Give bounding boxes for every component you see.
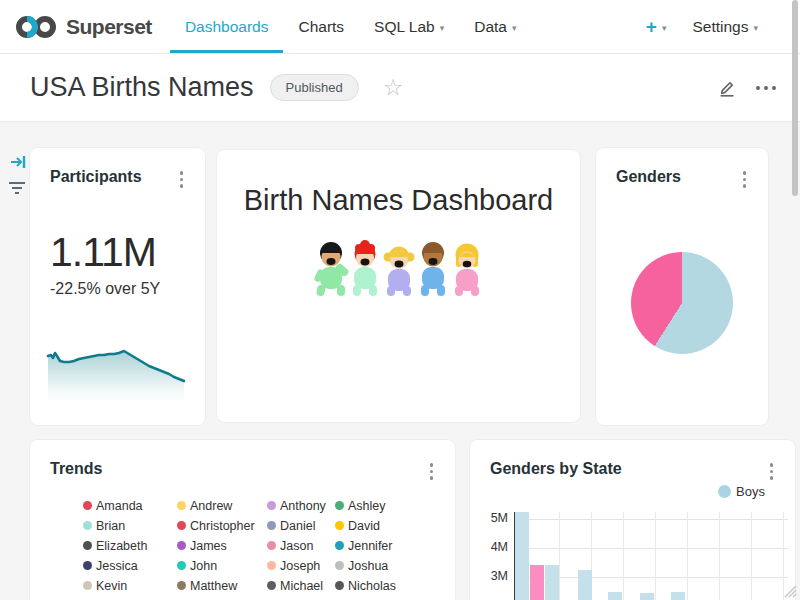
filter-icon[interactable]: [8, 180, 26, 200]
y-axis-tick: 4M: [470, 540, 508, 554]
nav-item-sql-lab[interactable]: SQL Lab▾: [359, 0, 459, 53]
legend-item-anthony[interactable]: Anthony: [267, 496, 335, 516]
legend-dot: [267, 561, 276, 570]
filter-list-icon: [8, 180, 26, 196]
legend-item-david[interactable]: David: [335, 516, 435, 536]
bar-boys-4[interactable]: [608, 592, 622, 600]
card-menu-button[interactable]: [739, 168, 751, 191]
legend-dot: [267, 541, 276, 550]
legend-item-jennifer[interactable]: Jennifer: [335, 536, 435, 556]
legend-item-brian[interactable]: Brian: [83, 516, 177, 536]
legend-item-jason[interactable]: Jason: [267, 536, 335, 556]
top-navbar: Superset DashboardsChartsSQL Lab▾Data▾ +…: [0, 0, 800, 54]
legend-item-matthew[interactable]: Matthew: [177, 576, 267, 596]
edit-dashboard-button[interactable]: [716, 77, 738, 99]
legend-item-ashley[interactable]: Ashley: [335, 496, 435, 516]
legend-dot: [83, 501, 92, 510]
dashboard-header: USA Births Names Published ☆: [0, 54, 800, 122]
plus-icon: +: [646, 17, 657, 36]
card-menu-button[interactable]: [426, 460, 438, 483]
chevron-down-icon: ▾: [512, 23, 517, 33]
resize-handle-icon[interactable]: [781, 584, 797, 598]
legend-item-elizabeth[interactable]: Elizabeth: [83, 536, 177, 556]
legend-dot: [177, 521, 186, 530]
settings-menu[interactable]: Settings ▾: [678, 18, 772, 36]
legend-item-amanda[interactable]: Amanda: [83, 496, 177, 516]
legend-item-christopher[interactable]: Christopher: [177, 516, 267, 536]
page-scrollbar[interactable]: [792, 0, 798, 196]
bar-boys-6[interactable]: [671, 592, 685, 600]
genders-by-state-card: Genders by State Boys 5M4M3M: [470, 440, 795, 600]
new-item-button[interactable]: + ▾: [634, 17, 679, 36]
legend-dot: [83, 541, 92, 550]
bar-boys-3[interactable]: [578, 570, 592, 600]
bar-girls-1[interactable]: [530, 565, 544, 600]
legend-dot: [267, 501, 276, 510]
card-title: Participants: [50, 168, 142, 186]
bar-boys-2[interactable]: [545, 565, 559, 600]
big-number-subheader: -22.5% over 5Y: [50, 280, 205, 298]
arrow-right-to-bar-icon: [9, 153, 27, 171]
five-children-illustration: [313, 239, 485, 297]
legend-dot: [267, 581, 276, 590]
legend-dot: [335, 581, 344, 590]
legend-item-andrew[interactable]: Andrew: [177, 496, 267, 516]
gridline: [719, 512, 720, 600]
expand-filter-bar-button[interactable]: [9, 153, 27, 175]
settings-label: Settings: [692, 18, 748, 36]
legend-dot: [83, 521, 92, 530]
gridline: [514, 548, 788, 549]
dashboard-heading: Birth Names Dashboard: [217, 184, 580, 217]
legend-item-robert[interactable]: Robert: [83, 596, 177, 600]
bar-boys-5[interactable]: [640, 593, 654, 600]
gridline: [514, 519, 788, 520]
legend-item-daniel[interactable]: Daniel: [267, 516, 335, 536]
legend-dot: [83, 561, 92, 570]
card-menu-button[interactable]: [176, 168, 188, 191]
bar-chart-plot: 5M4M3M: [470, 440, 795, 600]
published-badge[interactable]: Published: [270, 74, 359, 101]
trends-card: Trends AmandaAndrewAnthonyAshleyBrianChr…: [30, 440, 455, 600]
participants-card: Participants 1.11M -22.5% over 5Y: [30, 148, 205, 425]
legend-item-nicholas[interactable]: Nicholas: [335, 576, 435, 596]
legend-item-james[interactable]: James: [177, 536, 267, 556]
legend-dot: [177, 561, 186, 570]
nav-item-charts[interactable]: Charts: [283, 0, 359, 53]
gridline: [559, 512, 560, 600]
gridline: [687, 512, 688, 600]
legend-item-sarah[interactable]: Sarah: [267, 596, 335, 600]
header-actions: [716, 77, 776, 99]
nav-right: + ▾ Settings ▾: [634, 0, 772, 53]
legend-dot: [177, 541, 186, 550]
legend-dot: [335, 521, 344, 530]
pencil-icon: [716, 77, 738, 99]
legend-item-john[interactable]: John: [177, 556, 267, 576]
superset-logo[interactable]: Superset: [14, 13, 152, 41]
legend-item-kevin[interactable]: Kevin: [83, 576, 177, 596]
genders-pie-chart[interactable]: [631, 252, 733, 354]
legend-dot: [83, 581, 92, 590]
legend-item-ryan[interactable]: Ryan: [177, 596, 267, 600]
y-axis-tick: 5M: [470, 511, 508, 525]
legend-item-jessica[interactable]: Jessica: [83, 556, 177, 576]
nav-item-data[interactable]: Data▾: [459, 0, 531, 53]
gridline: [751, 512, 752, 600]
legend-item-thomas[interactable]: Thomas: [335, 596, 435, 600]
favorite-star-icon[interactable]: ☆: [383, 76, 404, 99]
legend-item-joshua[interactable]: Joshua: [335, 556, 435, 576]
ellipsis-icon: [756, 86, 760, 90]
legend-item-joseph[interactable]: Joseph: [267, 556, 335, 576]
genders-card: Genders: [596, 148, 768, 425]
more-actions-button[interactable]: [756, 86, 776, 90]
bar-boys-0[interactable]: [515, 512, 529, 600]
legend-item-michael[interactable]: Michael: [267, 576, 335, 596]
infinity-logo-icon: [14, 13, 58, 41]
legend-dot: [177, 501, 186, 510]
legend-dot: [177, 581, 186, 590]
legend-dot: [335, 561, 344, 570]
legend-dot: [335, 541, 344, 550]
card-title: Genders: [616, 168, 681, 186]
big-number-value: 1.11M: [50, 229, 205, 276]
nav-item-dashboards[interactable]: Dashboards: [170, 0, 284, 53]
brand-name: Superset: [66, 15, 152, 39]
